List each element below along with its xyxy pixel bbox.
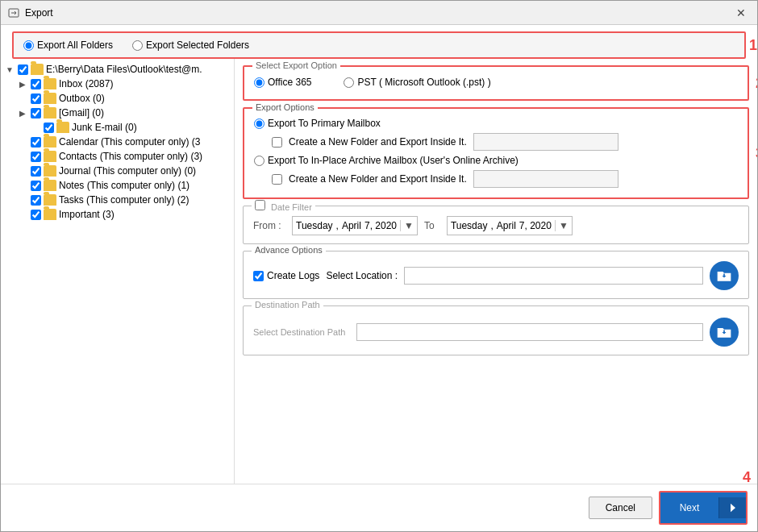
advance-row: Create Logs Select Location : <box>253 258 739 290</box>
step-number-4: 4 <box>743 469 751 486</box>
create-folder-row-2: Create a New Folder and Export Inside It… <box>254 168 738 189</box>
junk-checkbox[interactable] <box>44 123 54 133</box>
to-dropdown-arrow: ▼ <box>555 220 568 231</box>
list-item[interactable]: ▶ Junk E-mail (0) <box>1 120 234 135</box>
list-item[interactable]: ▶ Calendar (This computer only) (3 <box>1 135 234 149</box>
date-filter-checkbox[interactable] <box>255 200 265 210</box>
browse-icon <box>716 268 732 284</box>
export-type-bar: Export All Folders Export Selected Folde… <box>12 31 746 59</box>
tasks-icon <box>44 194 56 206</box>
cal-icon <box>44 136 56 148</box>
to-day: Tuesday <box>451 220 488 231</box>
select-dest-label: Select Destination Path <box>253 327 350 337</box>
inbox-checkbox[interactable] <box>31 79 41 89</box>
primary-mailbox-radio[interactable]: Export To Primary Mailbox <box>254 118 381 129</box>
folder-name-input-1[interactable] <box>473 133 618 151</box>
cal-label: Calendar (This computer only) (3 <box>59 136 200 148</box>
right-panel: Select Export Option Office 365 PST ( Mi… <box>235 59 757 484</box>
destination-input[interactable] <box>356 323 703 341</box>
to-date-dropdown[interactable]: Tuesday , April 7, 2020 ▼ <box>447 216 573 235</box>
browse-destination-button[interactable] <box>710 318 739 347</box>
list-item[interactable]: ▶ Inbox (2087) <box>1 77 234 91</box>
select-export-label: Select Export Option <box>252 60 340 70</box>
important-icon <box>44 209 56 220</box>
export-selected-folders-radio[interactable]: Export Selected Folders <box>132 39 249 51</box>
step-number-3: 3 <box>756 145 757 162</box>
tasks-checkbox[interactable] <box>31 195 41 206</box>
date-filter-label: Date Filter <box>252 200 315 212</box>
gmail-label: [Gmail] (0) <box>59 107 104 118</box>
root-expander[interactable]: ▼ <box>4 64 15 75</box>
archive-mailbox-row: Export To In-Place Archive Mailbox (User… <box>254 152 738 168</box>
from-label: From : <box>253 220 285 231</box>
tree-root[interactable]: ▼ E:\Berry\Data Files\Outlook\test@m. <box>1 62 234 77</box>
bottom-bar: 4 Cancel Next <box>1 484 757 531</box>
folder-name-input-2[interactable] <box>473 170 618 188</box>
journal-label: Journal (This computer only) (0) <box>59 165 196 177</box>
to-date: 7, 2020 <box>519 220 552 231</box>
arrow-right-icon <box>726 501 740 515</box>
next-button[interactable]: Next <box>659 491 748 525</box>
create-logs-checkbox[interactable] <box>253 271 264 281</box>
office365-radio[interactable]: Office 365 <box>254 77 311 88</box>
root-label: E:\Berry\Data Files\Outlook\test@m. <box>46 64 202 75</box>
inbox-label: Inbox (2087) <box>59 78 113 89</box>
create-logs-checkbox-label[interactable]: Create Logs <box>253 270 319 281</box>
list-item[interactable]: ▶ Outbox (0) <box>1 91 234 106</box>
contacts-icon <box>44 151 56 162</box>
export-all-folders-radio[interactable]: Export All Folders <box>23 39 113 51</box>
export-options-label: Export Options <box>252 102 318 112</box>
list-item[interactable]: ▶ Important (3) <box>1 207 234 222</box>
inbox-icon <box>44 78 56 89</box>
create-logs-text: Create Logs <box>267 270 319 281</box>
create-folder-row-1: Create a New Folder and Export Inside It… <box>254 131 738 152</box>
advance-options-section: Advance Options Create Logs Select Locat… <box>243 251 749 299</box>
archive-mailbox-radio[interactable]: Export To In-Place Archive Mailbox (User… <box>254 155 519 166</box>
location-input[interactable] <box>404 267 703 285</box>
important-checkbox[interactable] <box>31 210 41 220</box>
list-item[interactable]: ▶ [Gmail] (0) <box>1 106 234 120</box>
export-icon <box>7 6 20 19</box>
inbox-expander[interactable]: ▶ <box>17 78 28 89</box>
important-label: Important (3) <box>59 209 115 220</box>
notes-checkbox[interactable] <box>31 181 41 191</box>
folder-panel: ▼ E:\Berry\Data Files\Outlook\test@m. ▶ … <box>1 59 235 484</box>
list-item[interactable]: ▶ Journal (This computer only) (0) <box>1 164 234 178</box>
next-button-icon <box>718 497 746 518</box>
contacts-checkbox[interactable] <box>31 152 41 162</box>
create-folder-checkbox-1[interactable] <box>272 137 282 148</box>
gmail-checkbox[interactable] <box>31 108 41 118</box>
destination-path-section: Destination Path Select Destination Path <box>243 305 749 355</box>
advance-options-label: Advance Options <box>252 245 326 255</box>
browse-location-button[interactable] <box>710 261 739 290</box>
main-window: Export ✕ Export All Folders Export Selec… <box>0 0 758 532</box>
browse-dest-icon <box>716 324 732 340</box>
main-content: ▼ E:\Berry\Data Files\Outlook\test@m. ▶ … <box>1 59 757 484</box>
from-date-dropdown[interactable]: Tuesday , April 7, 2020 ▼ <box>292 216 418 235</box>
from-month: April <box>342 220 361 231</box>
export-options-section: Export Options Export To Primary Mailbox… <box>243 107 749 199</box>
destination-path-label: Destination Path <box>252 300 323 310</box>
next-button-label: Next <box>660 502 718 513</box>
outbox-checkbox[interactable] <box>31 94 41 104</box>
root-checkbox[interactable] <box>18 64 28 75</box>
step-number-2: 2 <box>756 75 757 92</box>
to-label: To <box>424 220 440 231</box>
titlebar-left: Export <box>7 6 53 19</box>
tasks-label: Tasks (This computer only) (2) <box>59 194 189 206</box>
journal-checkbox[interactable] <box>31 166 41 177</box>
close-button[interactable]: ✕ <box>731 5 751 21</box>
list-item[interactable]: ▶ Contacts (This computer only) (3) <box>1 149 234 164</box>
root-folder-icon <box>31 64 44 75</box>
gmail-expander[interactable]: ▶ <box>17 107 28 118</box>
dest-row: Select Destination Path <box>253 313 739 347</box>
list-item[interactable]: ▶ Notes (This computer only) (1) <box>1 178 234 193</box>
list-item[interactable]: ▶ Tasks (This computer only) (2) <box>1 193 234 207</box>
pst-radio[interactable]: PST ( Microsoft Outlook (.pst) ) <box>344 77 490 88</box>
cancel-button[interactable]: Cancel <box>589 497 652 519</box>
from-dropdown-arrow: ▼ <box>400 220 414 231</box>
create-folder-checkbox-2[interactable] <box>272 174 282 185</box>
titlebar: Export ✕ <box>1 1 757 25</box>
contacts-label: Contacts (This computer only) (3) <box>59 151 202 162</box>
cal-checkbox[interactable] <box>31 137 41 148</box>
